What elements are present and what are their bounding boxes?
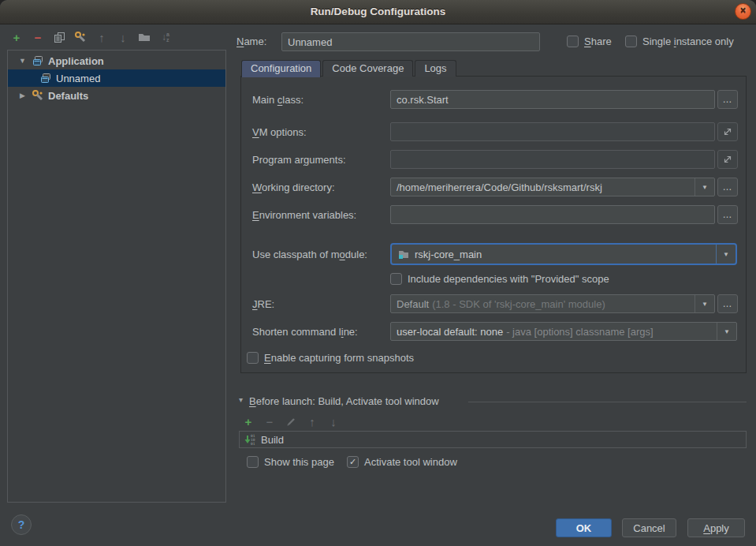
activate-tool-window-label: Activate tool window [364, 456, 457, 468]
pencil-icon [286, 417, 296, 427]
arrow-down-icon: ↓ [120, 31, 126, 44]
chevron-expanded-icon[interactable]: ▼ [17, 57, 28, 65]
help-button[interactable]: ? [11, 514, 32, 535]
folder-icon [138, 32, 151, 43]
plus-icon: + [245, 415, 252, 428]
apply-button[interactable]: Apply [687, 518, 745, 537]
application-icon [32, 54, 44, 67]
tree-item-defaults[interactable]: ▶ Defaults [8, 87, 225, 104]
help-icon: ? [18, 518, 25, 531]
before-launch-separator [468, 402, 747, 402]
tree-item-label: Defaults [48, 90, 88, 102]
configuration-tab-panel [240, 76, 747, 373]
show-this-page-checkbox-row[interactable]: Show this page [247, 455, 334, 469]
ok-button[interactable]: OK [556, 518, 612, 537]
tree-item-unnamed[interactable]: Unnamed [8, 69, 225, 87]
minus-icon: − [266, 415, 274, 428]
add-task-button[interactable]: + [241, 414, 255, 428]
svg-text:01: 01 [251, 442, 255, 446]
task-label: Build [261, 434, 284, 446]
wrench-icon [74, 31, 87, 43]
titlebar[interactable]: Run/Debug Configurations × [0, 0, 756, 24]
sort-az-icon: ↓ az [162, 32, 169, 43]
check-icon: ✓ [349, 457, 356, 467]
tree-item-application[interactable]: ▼ Application [8, 52, 225, 69]
tab-logs[interactable]: Logs [415, 60, 456, 77]
tab-bar: Configuration Code Coverage Logs [241, 60, 458, 77]
minus-icon: − [35, 31, 42, 44]
name-input[interactable] [281, 32, 540, 51]
share-checkbox-row[interactable]: Share [567, 35, 612, 48]
chevron-collapsed-icon[interactable]: ▶ [17, 92, 28, 99]
before-launch-toolbar: + − ↑ ↓ [241, 414, 341, 428]
copy-icon [54, 32, 65, 43]
arrow-up-icon: ↑ [309, 415, 315, 428]
before-launch-header[interactable]: Before launch: Build, Activate tool wind… [249, 395, 439, 408]
show-this-page-label: Show this page [264, 456, 334, 468]
single-instance-label: Single instance only [642, 36, 734, 47]
move-down-button[interactable]: ↓ [116, 30, 130, 44]
before-launch-task-list: 01 10 01 Build [239, 431, 747, 448]
share-label: Share [584, 36, 612, 47]
close-button[interactable]: × [735, 3, 751, 20]
edit-defaults-button[interactable] [73, 30, 88, 44]
wrench-icon [32, 89, 44, 102]
arrow-down-icon: ↓ [330, 415, 337, 428]
move-task-down-button[interactable]: ↓ [326, 414, 341, 428]
window-title: Run/Debug Configurations [311, 6, 446, 17]
task-row-build[interactable]: 01 10 01 Build [240, 432, 746, 447]
new-folder-button[interactable] [137, 30, 151, 44]
remove-task-button[interactable]: − [263, 414, 277, 428]
arrow-up-icon: ↑ [99, 31, 105, 44]
activate-tool-window-checkbox[interactable]: ✓ [347, 456, 359, 468]
tree-item-label: Unnamed [56, 73, 100, 84]
activate-tool-window-checkbox-row[interactable]: ✓ Activate tool window [347, 455, 457, 469]
run-debug-configurations-dialog: Run/Debug Configurations × + − ↑ ↓ [0, 0, 756, 546]
tab-code-coverage[interactable]: Code Coverage [322, 60, 413, 77]
single-instance-checkbox[interactable] [625, 36, 637, 47]
application-icon [39, 72, 52, 84]
tab-configuration[interactable]: Configuration [241, 60, 321, 77]
close-icon: × [740, 6, 746, 17]
sort-alphabetically-button[interactable]: ↓ az [158, 30, 173, 44]
single-instance-checkbox-row[interactable]: Single instance only [625, 35, 734, 48]
plus-icon: + [13, 31, 20, 44]
before-launch-collapse-icon[interactable]: ▾ [239, 395, 243, 404]
move-up-button[interactable]: ↑ [95, 30, 109, 44]
cancel-button[interactable]: Cancel [622, 518, 676, 537]
move-task-up-button[interactable]: ↑ [305, 414, 319, 428]
copy-configuration-button[interactable] [52, 30, 66, 44]
configurations-toolbar: + − ↑ ↓ ↓ [9, 30, 173, 44]
configurations-tree: ▼ Application Unnamed ▶ Defaults [7, 50, 226, 503]
share-checkbox[interactable] [567, 36, 579, 47]
add-configuration-button[interactable]: + [9, 30, 24, 44]
build-icon: 01 10 01 [244, 433, 256, 446]
name-label: Name: [236, 36, 266, 48]
show-this-page-checkbox[interactable] [247, 456, 259, 468]
edit-task-button[interactable] [284, 414, 298, 428]
remove-configuration-button[interactable]: − [31, 30, 45, 44]
tree-item-label: Application [48, 55, 104, 67]
